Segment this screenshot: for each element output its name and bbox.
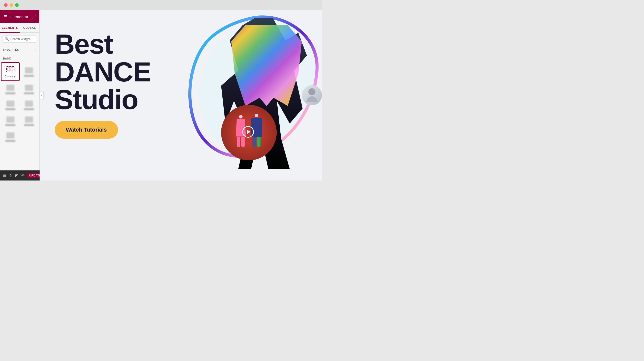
container-icon [6,66,14,74]
search-input[interactable] [10,37,35,41]
widget-label-blurred-3 [5,92,15,94]
basic-arrow-icon: ⌄ [34,57,36,60]
canvas-content: Best DANCE Studio Watch Tutorials [40,10,322,180]
sidebar: ☰ elementor ⋰ ELEMENTS GLOBAL 🔍 FAVORITE… [0,10,40,180]
widget-icon-blurred-2 [25,67,33,73]
canvas-left: Best DANCE Studio Watch Tutorials [40,10,176,180]
watch-tutorials-button[interactable]: Watch Tutorials [55,121,118,139]
widget-icon-blurred-7 [6,116,14,123]
widget-item-3[interactable] [1,81,20,97]
widget-item-8[interactable] [20,113,39,129]
canvas-right [176,10,322,180]
widget-container[interactable]: Container [1,62,20,81]
widget-item-9[interactable] [1,129,20,144]
favorites-arrow-icon: › [35,48,36,51]
widget-icon-blurred-6 [25,101,33,107]
hero-title-line1: Best [55,28,113,59]
favorites-label: FAVORITES [3,48,19,51]
widget-label-blurred-4 [24,92,34,94]
main-canvas: Best DANCE Studio Watch Tutorials [40,10,322,180]
avatar-image [302,85,322,105]
svg-rect-1 [8,68,10,71]
widget-label-blurred-2 [24,75,34,77]
play-button[interactable] [242,126,254,138]
search-container: 🔍 [0,33,39,45]
sidebar-scroll: FAVORITES › BASIC ⌄ [0,45,39,180]
widget-item-7[interactable] [1,113,20,129]
bottom-toolbar: ☰ ↻ ◤ 👁 UPDATE ▼ [0,170,40,180]
basic-label: BASIC [3,57,12,60]
widget-label-blurred-9 [5,140,15,142]
widget-icon-blurred-3 [6,85,14,91]
app-container: ☰ elementor ⋰ ELEMENTS GLOBAL 🔍 FAVORITE… [0,10,322,180]
container-label: Container [5,75,16,78]
maximize-button[interactable] [15,3,19,7]
widget-icon-blurred-9 [6,132,14,138]
close-button[interactable] [4,3,8,7]
widget-label-blurred-5 [5,108,15,110]
grid-icon[interactable]: ⋰ [32,14,36,19]
widget-item-5[interactable] [1,97,20,113]
elementor-header: ☰ elementor ⋰ [0,10,39,23]
widget-label-blurred-7 [5,124,15,126]
hero-title-line3: Studio [55,84,138,115]
window-chrome [0,0,322,10]
collapse-handle[interactable]: ‹ [40,91,44,99]
collapse-arrow-icon: ‹ [41,94,42,97]
widget-icon-blurred-8 [25,116,33,123]
favorites-section-header[interactable]: FAVORITES › [0,45,39,54]
search-box: 🔍 [3,35,37,43]
widget-icon-blurred-4 [25,85,33,91]
history-icon[interactable]: ↻ [8,172,13,178]
hero-title-line2: DANCE [55,56,151,87]
elementor-logo: elementor [10,15,28,19]
widget-icon-blurred-5 [6,101,14,107]
widget-item-2[interactable] [20,62,39,81]
dancer-jacket [231,25,302,106]
widget-label-blurred-8 [24,124,34,126]
tab-elements[interactable]: ELEMENTS [0,23,20,32]
widget-grid: Container [0,62,39,144]
responsive-icon[interactable]: ◤ [14,172,19,178]
layers-icon[interactable]: ☰ [2,172,7,178]
minimize-button[interactable] [10,3,13,7]
hamburger-icon[interactable]: ☰ [4,14,7,19]
hero-title: Best DANCE Studio [55,30,166,113]
sidebar-tabs: ELEMENTS GLOBAL [0,23,39,33]
svg-rect-2 [11,68,13,71]
widget-item-4[interactable] [20,81,39,97]
widget-item-6[interactable] [20,97,39,113]
play-icon [247,130,250,134]
avatar-circle [302,85,322,105]
search-icon: 🔍 [5,37,9,41]
preview-icon[interactable]: 👁 [20,172,26,178]
widget-label-blurred-6 [24,108,34,110]
tab-global[interactable]: GLOBAL [20,23,39,32]
basic-section-header[interactable]: BASIC ⌄ [0,54,39,62]
